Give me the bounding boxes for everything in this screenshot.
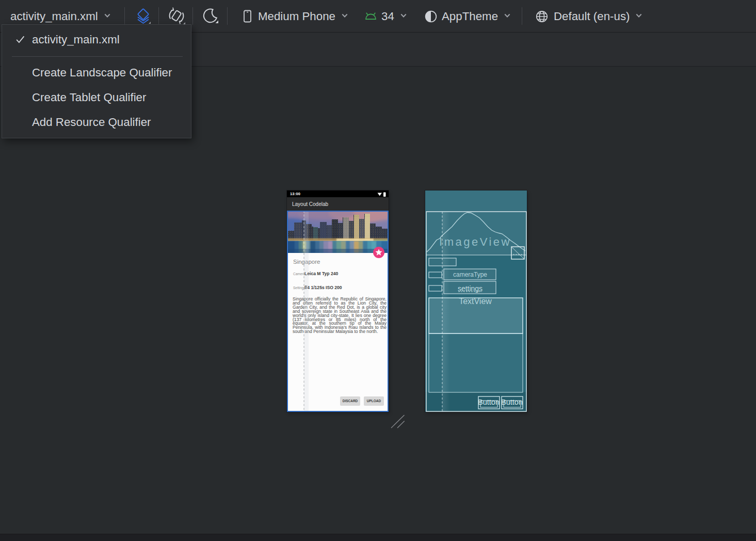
svg-text:ImageView: ImageView	[439, 235, 511, 248]
svg-text:Button: Button	[501, 398, 523, 406]
svg-text:cameraType: cameraType	[453, 271, 487, 278]
svg-text:Button: Button	[478, 398, 500, 406]
